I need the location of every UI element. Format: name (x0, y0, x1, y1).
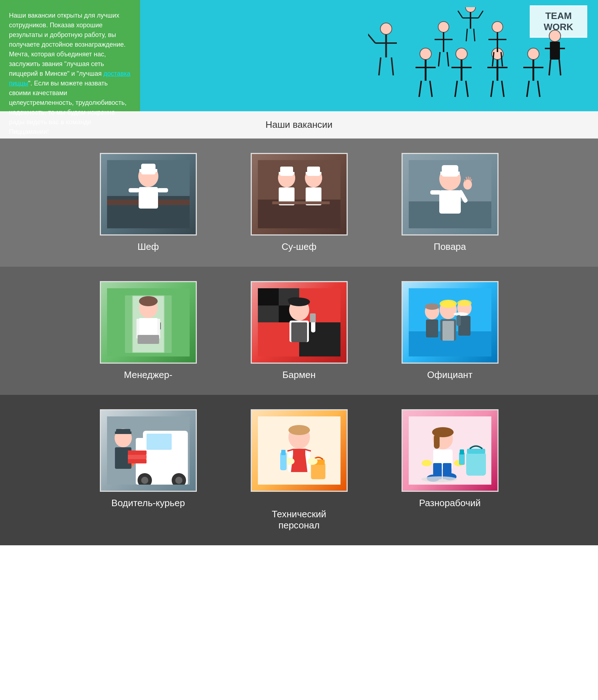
job-label-manager: Менеджер- (124, 369, 172, 381)
svg-line-25 (527, 81, 529, 97)
svg-point-173 (421, 476, 457, 482)
svg-rect-99 (258, 288, 279, 305)
svg-rect-171 (466, 452, 486, 476)
svg-rect-63 (279, 172, 295, 174)
job-card-sous-chef[interactable]: Су-шеф (235, 153, 364, 252)
driver-illustration: pizza (107, 416, 190, 485)
job-image-cook (402, 153, 499, 235)
svg-rect-76 (430, 190, 441, 195)
job-card-tech[interactable]: Технический персонал (235, 409, 364, 531)
job-image-manager (100, 281, 197, 364)
job-card-driver[interactable]: pizza Водитель-курьер (84, 409, 213, 531)
svg-rect-140 (127, 459, 147, 463)
svg-point-32 (492, 22, 503, 32)
svg-rect-57 (157, 188, 168, 192)
job-image-driver: pizza (100, 409, 197, 492)
svg-point-44 (549, 30, 561, 42)
svg-line-31 (447, 52, 449, 66)
svg-line-15 (455, 81, 457, 97)
svg-rect-172 (467, 449, 485, 454)
svg-rect-72 (442, 165, 458, 177)
svg-line-48 (559, 60, 561, 75)
description-text: Наши вакансии открыты для лучших сотрудн… (9, 11, 131, 137)
job-label-chef: Шеф (138, 241, 159, 252)
svg-rect-161 (434, 434, 440, 449)
svg-rect-148 (293, 449, 305, 459)
job-label-misc: Разнорабочий (419, 498, 481, 509)
svg-line-5 (368, 32, 375, 43)
chef-illustration (107, 160, 190, 228)
svg-point-131 (175, 477, 182, 484)
svg-point-27 (438, 22, 449, 32)
job-card-waiter[interactable]: Официант (385, 281, 515, 381)
svg-line-47 (549, 60, 551, 75)
job-label-cook: Повара (434, 241, 466, 252)
delivery-link[interactable]: доставка пиццы (9, 70, 130, 87)
svg-rect-68 (272, 201, 330, 204)
job-label-driver: Водитель-курьер (111, 498, 185, 509)
svg-line-11 (430, 81, 432, 97)
svg-rect-56 (129, 188, 139, 192)
svg-line-26 (538, 81, 540, 97)
svg-line-21 (502, 81, 504, 97)
svg-rect-139 (127, 455, 147, 459)
manager-illustration (107, 288, 190, 356)
svg-rect-170 (460, 449, 464, 454)
job-card-misc[interactable]: Разнорабочий (385, 409, 515, 531)
svg-point-129 (141, 477, 148, 484)
header: Наши вакансии открыты для лучших сотрудн… (0, 0, 598, 111)
job-label-waiter: Официант (427, 369, 472, 381)
svg-line-3 (379, 57, 381, 75)
svg-line-10 (419, 81, 421, 97)
svg-line-30 (439, 52, 440, 66)
job-card-barman[interactable]: Бармен (235, 281, 364, 381)
job-label-tech: Технический персонал (272, 498, 326, 531)
section-title: Наши вакансии (265, 119, 333, 130)
svg-line-43 (478, 11, 483, 18)
svg-rect-151 (311, 463, 325, 479)
svg-rect-74 (439, 190, 461, 214)
svg-point-123 (440, 300, 457, 308)
svg-line-80 (470, 178, 470, 180)
misc-illustration (409, 416, 491, 485)
job-image-misc (402, 409, 499, 492)
svg-rect-120 (456, 315, 461, 326)
jobs-grid-row2: Менеджер- (84, 281, 515, 381)
job-card-cook[interactable]: Повара (385, 153, 515, 252)
job-image-tech (251, 409, 348, 492)
svg-rect-73 (440, 172, 460, 175)
svg-point-145 (288, 425, 310, 435)
svg-rect-54 (139, 169, 157, 172)
svg-line-82 (464, 180, 465, 181)
svg-point-89 (139, 296, 158, 306)
sous-chef-illustration (258, 160, 340, 228)
svg-rect-67 (306, 172, 321, 174)
job-image-sous-chef (251, 153, 348, 235)
jobs-section-row1: Шеф (0, 139, 598, 267)
svg-point-154 (307, 458, 317, 465)
svg-rect-62 (280, 167, 293, 176)
svg-point-167 (422, 460, 432, 466)
svg-point-7 (420, 48, 431, 60)
svg-rect-93 (138, 335, 159, 344)
svg-point-22 (528, 48, 539, 60)
svg-line-41 (474, 29, 475, 41)
svg-rect-138 (127, 451, 147, 455)
svg-rect-127 (147, 434, 172, 450)
svg-point-37 (465, 7, 476, 12)
svg-point-0 (380, 23, 392, 34)
job-label-barman: Бармен (282, 369, 316, 381)
jobs-section-row3: pizza Водитель-курьер (0, 395, 598, 545)
svg-point-122 (457, 300, 472, 306)
jobs-section-row2: Менеджер- (0, 267, 598, 395)
svg-rect-113 (426, 319, 438, 337)
svg-rect-55 (139, 187, 158, 209)
svg-line-16 (466, 81, 468, 97)
job-card-manager[interactable]: Менеджер- (84, 281, 213, 381)
header-description: Наши вакансии открыты для лучших сотрудн… (0, 0, 140, 111)
job-card-chef[interactable]: Шеф (84, 153, 213, 252)
waiter-illustration (409, 288, 491, 356)
svg-line-40 (466, 29, 467, 41)
svg-point-12 (456, 48, 467, 60)
job-image-chef (100, 153, 197, 235)
